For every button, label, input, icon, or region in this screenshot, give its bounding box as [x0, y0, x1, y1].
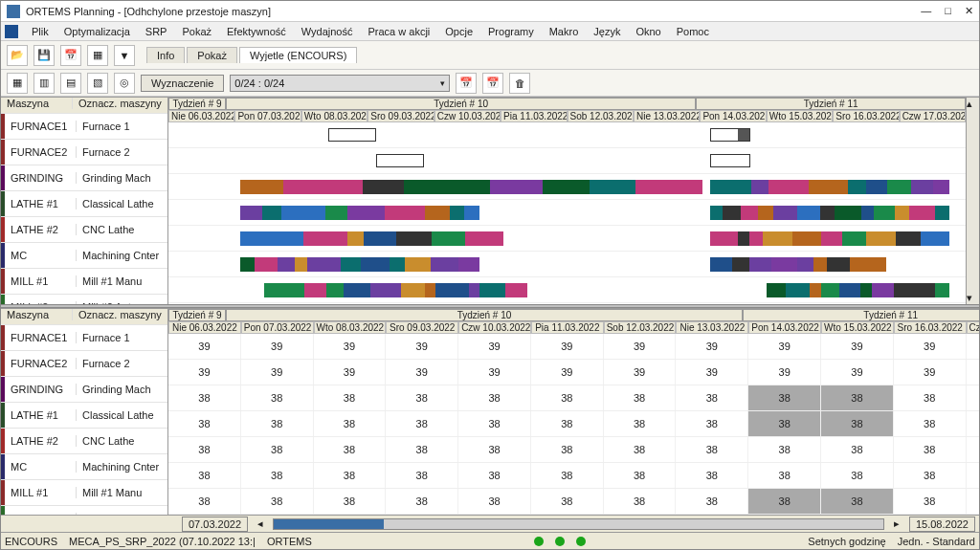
grid-icon[interactable]: ▦: [87, 45, 108, 66]
gantt-task-bar[interactable]: [264, 283, 527, 297]
day-label[interactable]: Sob 12.03.2022: [604, 321, 677, 335]
hscroll-right-icon[interactable]: ▸: [894, 517, 900, 530]
gantt-task-bar[interactable]: [240, 231, 503, 246]
day-label[interactable]: Czw 17.03.2022: [900, 110, 966, 122]
gantt-task-bar[interactable]: [710, 206, 949, 220]
cal-btn-2[interactable]: 📅: [482, 73, 503, 94]
machine-row[interactable]: GRINDINGGrinding Mach: [1, 165, 167, 191]
side-header-machine[interactable]: Maszyna: [1, 309, 73, 320]
designation-button[interactable]: Wyznaczenie: [141, 75, 224, 92]
menu-okno[interactable]: Okno: [628, 24, 668, 39]
day-label[interactable]: Wto 15.03.2022: [767, 110, 833, 122]
tb-icon-4[interactable]: ▧: [87, 73, 108, 94]
cal-delete-icon[interactable]: 🗑: [509, 73, 530, 94]
range-combo[interactable]: 0/24 : 0/24 ▾: [230, 75, 450, 92]
day-label[interactable]: Pon 14.03.2022: [700, 110, 766, 122]
gantt-task-bar[interactable]: [710, 180, 949, 194]
menu-pomoc[interactable]: Pomoc: [669, 24, 717, 39]
machine-row[interactable]: FURNACE1Furnace 1: [1, 114, 167, 140]
table-row[interactable]: 383838383838383838383838: [168, 411, 979, 437]
day-label[interactable]: Pon 07.03.2022: [241, 321, 314, 335]
machine-row[interactable]: MILL #1Mill #1 Manu: [1, 480, 167, 506]
table-row[interactable]: 383838383838383838383838: [168, 463, 979, 489]
day-label[interactable]: Sob 12.03.2022: [568, 110, 634, 122]
tab-1[interactable]: Pokaż: [187, 47, 237, 63]
gantt-task-bar[interactable]: [710, 231, 949, 246]
day-label[interactable]: Czw 17.03.2022: [967, 321, 979, 335]
tb-icon-2[interactable]: ▥: [33, 73, 55, 94]
machine-row[interactable]: GRINDINGGrinding Mach: [1, 377, 167, 403]
gantt-task-bar[interactable]: [240, 206, 479, 220]
table-row[interactable]: 383838383838383838383838: [168, 437, 979, 463]
menu-optymalizacja[interactable]: Optymalizacja: [56, 24, 138, 39]
machine-row[interactable]: LATHE #2CNC Lathe: [1, 217, 167, 243]
day-label[interactable]: Pia 11.03.2022: [501, 110, 567, 122]
menu-programy[interactable]: Programy: [480, 24, 542, 39]
day-label[interactable]: Nie 13.03.2022: [676, 321, 748, 335]
menu-język[interactable]: Język: [586, 24, 628, 39]
menu-makro[interactable]: Makro: [542, 24, 587, 39]
day-label[interactable]: Pon 07.03.2022: [234, 110, 301, 122]
menu-srp[interactable]: SRP: [138, 24, 175, 39]
day-label[interactable]: Pon 14.03.2022: [748, 321, 821, 335]
menu-wydajność[interactable]: Wydajność: [294, 24, 361, 39]
day-label[interactable]: Wto 08.03.2022: [314, 321, 387, 335]
machine-row[interactable]: LATHE #1Classical Lathe: [1, 403, 167, 429]
cal-btn-1[interactable]: 📅: [456, 73, 477, 94]
calendar-icon[interactable]: 📅: [60, 45, 81, 66]
minimize-button[interactable]: —: [921, 5, 931, 17]
machine-row[interactable]: FURNACE2Furnace 2: [1, 140, 167, 165]
tb-icon-1[interactable]: ▦: [7, 73, 28, 94]
day-label[interactable]: Czw 10.03.2022: [434, 110, 501, 122]
tab-2[interactable]: Wyjetle (ENCOURS): [239, 47, 357, 63]
machine-row[interactable]: MILL #2Mill #2 Auto: [1, 295, 167, 304]
gantt-row[interactable]: [168, 174, 966, 200]
day-label[interactable]: Sro 09.03.2022: [368, 110, 434, 122]
tb-icon-5[interactable]: ◎: [114, 73, 135, 94]
hscroll-left-icon[interactable]: ◂: [257, 517, 263, 530]
maximize-button[interactable]: □: [945, 5, 951, 17]
gantt-row[interactable]: [168, 122, 966, 148]
machine-row[interactable]: FURNACE1Furnace 1: [1, 325, 167, 351]
side-header-desc[interactable]: Oznacz. maszyny: [73, 98, 167, 109]
day-label[interactable]: Wto 15.03.2022: [821, 321, 894, 335]
gantt-row[interactable]: [168, 303, 966, 304]
save-icon[interactable]: 💾: [33, 45, 55, 66]
gantt-task-bar[interactable]: [240, 257, 479, 272]
table-row[interactable]: 383838383838383838383838: [168, 385, 979, 411]
gantt-chart[interactable]: Tydzień # 9Tydzień # 10Tydzień # 11 Nie …: [168, 98, 966, 304]
menu-praca w akcji[interactable]: Praca w akcji: [360, 24, 437, 39]
close-button[interactable]: ✕: [965, 5, 973, 17]
gantt-row[interactable]: [168, 277, 966, 303]
gantt-row[interactable]: [168, 226, 966, 252]
machine-row[interactable]: LATHE #2CNC Lathe: [1, 429, 167, 454]
gantt-task-box[interactable]: [328, 128, 376, 142]
gantt-task-bar[interactable]: [767, 283, 950, 297]
filter-icon[interactable]: ▼: [114, 45, 135, 66]
day-label[interactable]: Sro 09.03.2022: [386, 321, 458, 335]
machine-row[interactable]: LATHE #1Classical Lathe: [1, 191, 167, 217]
data-grid[interactable]: Tydzień # 9Tydzień # 10Tydzień # 11 Nie …: [168, 309, 979, 516]
machine-row[interactable]: MCMachining Cnter: [1, 454, 167, 480]
day-label[interactable]: Pia 11.03.2022: [531, 321, 604, 335]
menu-pokaż[interactable]: Pokaż: [174, 24, 219, 39]
gantt-task-box[interactable]: [376, 154, 424, 167]
gantt-task-box[interactable]: [710, 154, 750, 167]
menu-opcje[interactable]: Opcje: [437, 24, 480, 39]
day-label[interactable]: Nie 13.03.2022: [634, 110, 700, 122]
gantt-vscroll[interactable]: ▴▾: [966, 98, 979, 304]
day-label[interactable]: Sro 16.03.2022: [833, 110, 899, 122]
day-label[interactable]: Sro 16.03.2022: [894, 321, 967, 335]
table-row[interactable]: 383838383838383838383838: [168, 489, 979, 515]
machine-row[interactable]: MCMachining Cnter: [1, 243, 167, 269]
gantt-task-box[interactable]: [710, 128, 750, 142]
menu-efektywność[interactable]: Efektywność: [219, 24, 294, 39]
machine-row[interactable]: FURNACE2Furnace 2: [1, 351, 167, 377]
table-row[interactable]: 393939393939393939393939: [168, 360, 979, 385]
menu-plik[interactable]: Plik: [24, 24, 56, 39]
tb-icon-3[interactable]: ▤: [60, 73, 81, 94]
open-icon[interactable]: 📂: [7, 45, 28, 66]
day-label[interactable]: Czw 10.03.2022: [458, 321, 531, 335]
gantt-task-bar[interactable]: [710, 257, 885, 272]
tab-0[interactable]: Info: [146, 47, 185, 63]
